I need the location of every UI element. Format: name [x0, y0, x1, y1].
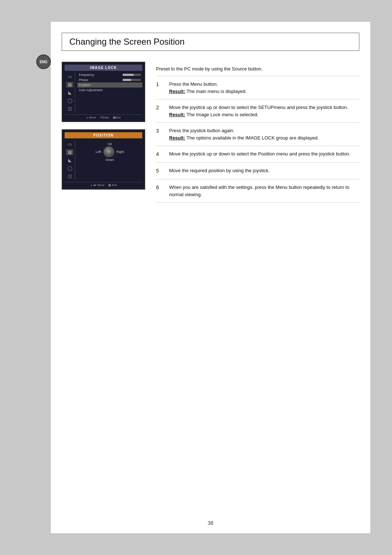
instruction-number-1: 1 — [156, 81, 163, 95]
instruction-1: 1 Press the Menu button. Result: The mai… — [156, 76, 359, 100]
position-body: ▭ ▦ ◣ ◯ ◫ Up Left ✛ — [65, 140, 142, 181]
position-label: Position — [79, 83, 141, 87]
auto-label: Auto Adjustment — [79, 88, 141, 92]
result-line-1: Result: The main menu is displayed. — [169, 88, 359, 95]
instruction-6: 6 When you are satisfied with the settin… — [156, 179, 359, 203]
instruction-main-3: Press the joystick button again. — [169, 127, 359, 134]
instruction-main-5: Move the required position by using the … — [169, 167, 359, 174]
joystick-row: Left ✛ Right — [95, 146, 124, 157]
frequency-label: Frequency — [79, 73, 121, 77]
frequency-bar — [123, 74, 141, 76]
phase-bar — [123, 79, 141, 81]
up-label: Up — [108, 142, 112, 146]
joystick-circle: ✛ — [103, 146, 114, 157]
page-title: Changing the Screen Position — [69, 37, 185, 46]
result-line-3: Result: The options available in the IMA… — [169, 134, 359, 142]
instruction-main-1: Press the Menu button. — [169, 81, 359, 88]
footer-exit: ▦Exit — [113, 116, 121, 119]
instruction-content-2: Move the joystick up or down to select t… — [169, 104, 359, 118]
instruction-number-3: 3 — [156, 127, 163, 141]
instruction-number-2: 2 — [156, 104, 163, 118]
menu-item-frequency: Frequency — [77, 72, 142, 77]
result-text-3: The options available in the IMAGE LOCK … — [187, 134, 319, 142]
result-text-1: The main menu is displayed. — [187, 88, 246, 95]
pos-icon-info: ◫ — [66, 173, 73, 179]
result-label-1: Result: — [169, 88, 185, 95]
page-number: 38 — [51, 520, 370, 526]
instruction-number-5: 5 — [156, 167, 163, 175]
instruction-main-2: Move the joystick up or down to select t… — [169, 104, 359, 111]
joystick-arrows: ✛ — [107, 149, 111, 155]
instruction-content-1: Press the Menu button. Result: The main … — [169, 81, 359, 95]
instruction-2: 2 Move the joystick up or down to select… — [156, 100, 359, 123]
left-label: Left — [95, 150, 101, 154]
pos-footer-exit: ▦ Exit — [108, 183, 117, 187]
icon-power: ◯ — [66, 98, 73, 104]
image-lock-header: IMAGE LOCK — [65, 65, 142, 71]
title-bar: Changing the Screen Position — [62, 33, 359, 51]
result-label-2: Result: — [169, 111, 185, 118]
instruction-content-3: Press the joystick button again. Result:… — [169, 127, 359, 141]
instruction-5: 5 Move the required position by using th… — [156, 163, 359, 179]
main-content: IMAGE LOCK ▭ ▦ ◣ ◯ ◫ Frequency — [51, 62, 370, 203]
joystick-area: Up Left ✛ Right Down — [77, 140, 142, 164]
right-label: Right — [117, 150, 124, 154]
pos-footer-move: ⬥ ◀▶ Move — [90, 183, 105, 187]
menu-items-list: Frequency Phase — [77, 72, 142, 113]
pos-icon-picture: ▭ — [66, 141, 73, 147]
phase-bar-fill — [123, 79, 131, 81]
page: Changing the Screen Position IMAGE LOCK … — [0, 0, 392, 555]
content-area: Changing the Screen Position IMAGE LOCK … — [51, 22, 370, 533]
menu-item-position: Position — [77, 82, 142, 88]
icon-setup: ◣ — [66, 90, 73, 96]
instruction-number-6: 6 — [156, 184, 163, 198]
phase-label: Phase — [79, 78, 121, 82]
image-lock-body: ▭ ▦ ◣ ◯ ◫ Frequency — [65, 72, 142, 113]
eng-text: ENG — [40, 60, 48, 64]
image-lock-footer: ⬥ Move ⏎Enter ▦Exit — [65, 114, 142, 119]
pos-icon-power: ◯ — [66, 165, 73, 171]
result-label-3: Result: — [169, 134, 185, 142]
left-panel: IMAGE LOCK ▭ ▦ ◣ ◯ ◫ Frequency — [62, 62, 145, 203]
icon-info: ◫ — [66, 106, 73, 112]
instruction-number-4: 4 — [156, 150, 163, 158]
preset-line: Preset to the PC mode by using the Sourc… — [156, 62, 359, 76]
pos-menu-icons: ▭ ▦ ◣ ◯ ◫ — [65, 140, 75, 181]
result-text-2: The Image Lock menu is selected. — [187, 111, 258, 118]
pos-icon-imagelock: ▦ — [66, 149, 73, 155]
icon-picture: ▭ — [66, 74, 73, 80]
instruction-4: 4 Move the joystick up or down to select… — [156, 146, 359, 163]
instruction-main-6: When you are satisfied with the settings… — [169, 184, 359, 198]
eng-badge: ENG — [36, 54, 51, 69]
position-footer: ⬥ ◀▶ Move ▦ Exit — [65, 182, 142, 187]
frequency-bar-fill — [123, 74, 134, 76]
image-lock-screen: IMAGE LOCK ▭ ▦ ◣ ◯ ◫ Frequency — [62, 62, 145, 122]
instruction-content-4: Move the joystick up or down to select t… — [169, 150, 359, 158]
footer-move: ⬥ Move — [86, 116, 96, 119]
down-label: Down — [106, 158, 114, 162]
menu-item-auto: Auto Adjustment — [77, 88, 142, 93]
instruction-content-5: Move the required position by using the … — [169, 167, 359, 175]
menu-icons: ▭ ▦ ◣ ◯ ◫ — [65, 72, 75, 113]
icon-imagelock: ▦ — [66, 82, 73, 88]
footer-enter: ⏎Enter — [100, 116, 109, 119]
instruction-3: 3 Press the joystick button again. Resul… — [156, 123, 359, 146]
instruction-content-6: When you are satisfied with the settings… — [169, 184, 359, 198]
pos-icon-setup: ◣ — [66, 157, 73, 163]
result-line-2: Result: The Image Lock menu is selected. — [169, 111, 359, 118]
instruction-main-4: Move the joystick up or down to select t… — [169, 150, 359, 158]
menu-item-phase: Phase — [77, 77, 142, 82]
right-panel: Preset to the PC mode by using the Sourc… — [156, 62, 359, 203]
position-screen: POSITION ▭ ▦ ◣ ◯ ◫ Up Left — [62, 129, 145, 190]
position-header: POSITION — [65, 132, 142, 138]
